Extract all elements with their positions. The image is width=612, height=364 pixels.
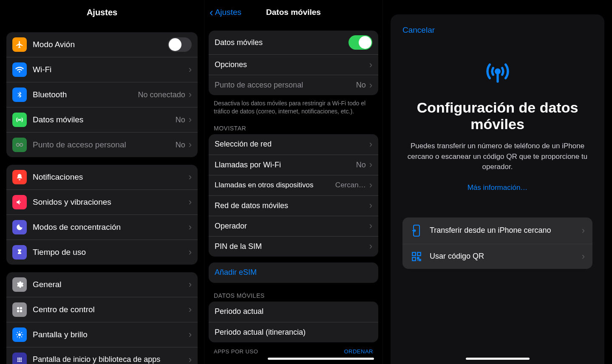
row-current-period[interactable]: Periodo actual	[209, 302, 378, 322]
group-carrier: Selección de red › Llamadas por Wi-Fi No…	[209, 134, 378, 257]
row-focus[interactable]: Modos de concentración ›	[6, 214, 198, 240]
row-label: Periodo actual (itinerancia)	[215, 328, 372, 337]
group-connectivity: Modo Avión Wi-Fi › Bluetooth No conectad…	[6, 32, 198, 157]
row-label: Llamadas en otros dispositivos	[215, 181, 335, 189]
svg-rect-23	[417, 252, 421, 256]
footnote-text: Desactiva los datos móviles para restrin…	[214, 99, 373, 116]
chevron-right-icon: ›	[189, 355, 192, 364]
row-label: Datos móviles	[215, 38, 348, 47]
chevron-right-icon: ›	[369, 140, 372, 149]
row-calls-other-devices[interactable]: Llamadas en otros dispositivos Cercan… ›	[209, 175, 378, 195]
svg-point-12	[19, 359, 20, 361]
row-sounds[interactable]: Sonidos y vibraciones ›	[6, 189, 198, 214]
row-label: Añadir eSIM	[215, 268, 372, 277]
row-label: Modo Avión	[33, 40, 168, 49]
row-value: Cercan…	[335, 181, 366, 189]
chevron-right-icon: ›	[369, 221, 372, 231]
row-value: No conectado	[138, 90, 185, 99]
svg-point-9	[19, 358, 20, 359]
row-value: No	[356, 81, 366, 90]
sheet: Cancelar Configuración de datos móviles …	[391, 14, 604, 364]
svg-rect-22	[412, 252, 416, 256]
home-indicator[interactable]	[466, 358, 530, 360]
row-notifications[interactable]: Notificaciones ›	[6, 165, 198, 189]
row-label: Pantalla y brillo	[33, 330, 189, 339]
row-home-screen[interactable]: Pantalla de inicio y biblioteca de apps …	[6, 347, 198, 364]
row-value: No	[176, 116, 185, 124]
moon-icon	[12, 220, 27, 234]
row-screentime[interactable]: Tiempo de uso ›	[6, 240, 198, 265]
row-wifi-calling[interactable]: Llamadas por Wi-Fi No ›	[209, 155, 378, 175]
row-label: Modos de concentración	[33, 223, 189, 232]
chevron-right-icon: ›	[189, 330, 192, 339]
row-label: PIN de la SIM	[215, 242, 369, 251]
row-hotspot[interactable]: Punto de acceso personal No ›	[209, 75, 378, 95]
option-qr-code[interactable]: Usar código QR ›	[402, 244, 592, 269]
svg-point-11	[17, 359, 19, 361]
row-cellular-options[interactable]: Opciones ›	[209, 54, 378, 75]
chevron-right-icon: ›	[189, 172, 192, 182]
row-value: No	[176, 141, 185, 150]
row-control-center[interactable]: Centro de control ›	[6, 297, 198, 322]
svg-rect-3	[17, 307, 19, 309]
row-label: Punto de acceso personal	[33, 140, 176, 150]
row-data-network[interactable]: Red de datos móviles ›	[209, 195, 378, 216]
option-transfer-iphone[interactable]: Transferir desde un iPhone cercano ›	[402, 217, 592, 244]
page-title: Datos móviles	[204, 8, 382, 17]
hotspot-icon	[12, 138, 27, 152]
row-cellular[interactable]: Datos móviles No ›	[6, 107, 198, 132]
row-label: Tiempo de uso	[33, 248, 189, 257]
chevron-right-icon: ›	[369, 181, 372, 190]
bluetooth-icon	[12, 87, 27, 102]
airplane-toggle[interactable]	[168, 37, 192, 52]
screen-ajustes: Ajustes Modo Avión Wi-Fi ›	[0, 0, 204, 364]
row-label: Punto de acceso personal	[215, 81, 356, 90]
row-hotspot[interactable]: Punto de acceso personal No ›	[6, 132, 198, 157]
row-add-esim[interactable]: Añadir eSIM	[209, 262, 378, 283]
svg-point-10	[20, 358, 22, 359]
row-label: Pantalla de inicio y biblioteca de apps	[33, 355, 189, 364]
chevron-right-icon: ›	[369, 81, 372, 90]
row-label: Opciones	[215, 60, 369, 69]
chevron-right-icon: ›	[582, 251, 585, 262]
sort-button[interactable]: ORDENAR	[344, 348, 373, 355]
svg-point-14	[17, 361, 19, 362]
row-label: Llamadas por Wi-Fi	[215, 161, 356, 169]
hero: Configuración de datos móviles Puedes tr…	[402, 58, 592, 192]
row-display[interactable]: Pantalla y brillo ›	[6, 322, 198, 347]
svg-point-7	[18, 333, 21, 336]
row-airplane-mode[interactable]: Modo Avión	[6, 32, 198, 57]
row-operator[interactable]: Operador ›	[209, 216, 378, 236]
option-label: Usar código QR	[430, 251, 582, 261]
transfer-icon	[410, 224, 423, 237]
svg-point-16	[20, 361, 22, 362]
row-general[interactable]: General ›	[6, 272, 198, 297]
cancel-button[interactable]: Cancelar	[402, 25, 435, 35]
row-cellular-toggle[interactable]: Datos móviles	[209, 31, 378, 54]
section-header-usage: DATOS MÓVILES	[214, 292, 373, 299]
antenna-icon	[484, 58, 511, 85]
svg-rect-24	[412, 257, 416, 261]
cellular-toggle[interactable]	[348, 35, 372, 50]
svg-rect-6	[20, 310, 22, 312]
grid-icon	[12, 353, 27, 364]
more-info-link[interactable]: Más información…	[468, 183, 528, 192]
group-usage: Periodo actual Periodo actual (itineranc…	[209, 302, 378, 342]
chevron-right-icon: ›	[189, 90, 192, 99]
chevron-right-icon: ›	[369, 60, 372, 70]
svg-point-15	[19, 361, 20, 362]
row-value: No	[356, 161, 366, 169]
row-current-period-roaming[interactable]: Periodo actual (itinerancia)	[209, 322, 378, 342]
row-label: Selección de red	[215, 140, 366, 149]
setup-options: Transferir desde un iPhone cercano › Usa…	[402, 217, 592, 269]
row-wifi[interactable]: Wi-Fi ›	[6, 57, 198, 82]
row-sim-pin[interactable]: PIN de la SIM ›	[209, 236, 378, 257]
chevron-right-icon: ›	[189, 248, 192, 257]
chevron-right-icon: ›	[369, 201, 372, 210]
row-bluetooth[interactable]: Bluetooth No conectado ›	[6, 82, 198, 107]
chevron-right-icon: ›	[189, 305, 192, 314]
row-label: Sonidos y vibraciones	[33, 198, 189, 207]
row-network-selection[interactable]: Selección de red ›	[209, 134, 378, 155]
group-general: General › Centro de control › Pantalla y…	[6, 272, 198, 364]
svg-rect-5	[17, 310, 19, 312]
